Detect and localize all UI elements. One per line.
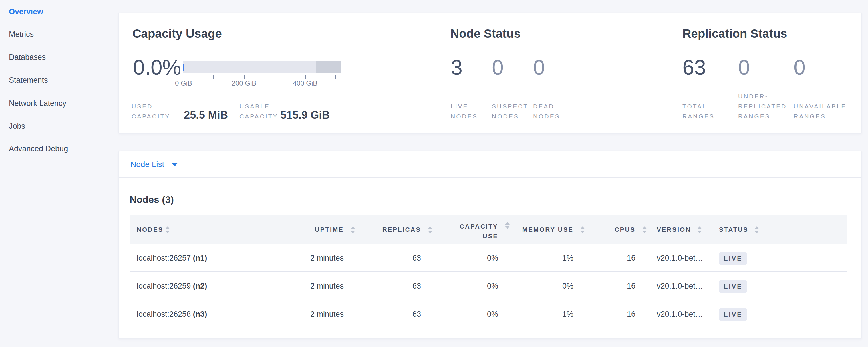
- suspect-nodes-label: SUSPECT NODES: [492, 101, 528, 121]
- capacity-bar-other-segment: [316, 61, 341, 73]
- sidebar-item-metrics[interactable]: Metrics: [9, 27, 34, 42]
- unavailable-ranges-count: 0: [794, 56, 805, 79]
- under-replicated-ranges-label: UNDER- REPLICATED RANGES: [738, 91, 787, 121]
- total-ranges-count: 63: [682, 56, 706, 79]
- status-cell: LIVE: [719, 300, 747, 328]
- uptime-cell: 2 minutes: [310, 244, 344, 272]
- sidebar-item-advanced-debug[interactable]: Advanced Debug: [9, 141, 68, 156]
- memory-use-cell: 1%: [562, 244, 574, 272]
- node-address-cell: localhost:26258 (n3): [137, 300, 207, 328]
- view-selector-row: Node List: [119, 151, 861, 178]
- capacity-use-cell: 0%: [487, 272, 498, 300]
- column-header-cpus[interactable]: CPUS: [615, 215, 636, 244]
- total-ranges-label: TOTAL RANGES: [682, 101, 715, 121]
- nodes-table-header: NODES UPTIME REPLICAS CAPACITY USE MEMOR…: [129, 215, 847, 244]
- capacity-bar-chart: [183, 61, 341, 73]
- version-cell: v20.1.0-bet…: [657, 244, 703, 272]
- suspect-nodes-count: 0: [492, 56, 504, 79]
- column-header-nodes[interactable]: NODES: [137, 215, 163, 244]
- replicas-cell: 63: [412, 244, 421, 272]
- node-list-panel: Node List Nodes (3) NODES UPTIME REPLICA…: [118, 151, 862, 339]
- table-row: localhost:26257 (n1) 2 minutes 63 0% 1% …: [129, 244, 847, 272]
- uptime-cell: 2 minutes: [310, 300, 344, 328]
- chevron-down-icon: [172, 163, 178, 166]
- node-list-dropdown-label: Node List: [130, 160, 164, 169]
- dead-nodes-count: 0: [533, 56, 545, 79]
- sort-icon: [505, 222, 509, 229]
- sidebar: Overview Metrics Databases Statements Ne…: [0, 0, 117, 347]
- node-address-cell: localhost:26259 (n2): [137, 272, 207, 300]
- column-header-capacity-use[interactable]: CAPACITY USE: [460, 222, 498, 241]
- status-cell: LIVE: [719, 272, 747, 300]
- nodes-table: NODES UPTIME REPLICAS CAPACITY USE MEMOR…: [129, 215, 847, 328]
- axis-tick: [275, 75, 275, 79]
- sort-icon: [580, 226, 585, 233]
- sort-icon: [754, 226, 759, 233]
- sort-icon: [351, 226, 355, 233]
- axis-tick: [336, 75, 336, 79]
- sidebar-item-statements[interactable]: Statements: [9, 72, 48, 88]
- status-cell: LIVE: [719, 244, 747, 272]
- uptime-cell: 2 minutes: [310, 272, 344, 300]
- sort-icon: [165, 226, 170, 233]
- used-capacity-label: USED CAPACITY: [131, 101, 170, 121]
- capacity-use-cell: 0%: [487, 300, 498, 328]
- unavailable-ranges-label: UNAVAILABLE RANGES: [794, 101, 846, 121]
- memory-use-cell: 0%: [562, 272, 574, 300]
- replicas-cell: 63: [412, 272, 421, 300]
- table-row: localhost:26258 (n3) 2 minutes 63 0% 1% …: [129, 300, 847, 328]
- sidebar-item-databases[interactable]: Databases: [9, 50, 46, 65]
- capacity-used-percent: 0.0%: [133, 56, 181, 79]
- nodes-column-divider: [283, 244, 283, 328]
- axis-label-400gib: 400 GiB: [293, 79, 318, 87]
- sidebar-item-jobs[interactable]: Jobs: [9, 119, 25, 134]
- node-status-title: Node Status: [451, 26, 521, 41]
- usable-capacity-label: USABLE CAPACITY: [239, 101, 278, 121]
- column-header-status[interactable]: STATUS: [719, 215, 748, 244]
- live-nodes-count: 3: [451, 56, 462, 79]
- sort-icon: [697, 226, 702, 233]
- cpus-cell: 16: [627, 244, 636, 272]
- status-badge: LIVE: [719, 252, 747, 265]
- cluster-overview-panel: Capacity Usage 0.0% 0 GiB 200 GiB 400 Gi…: [118, 12, 862, 134]
- axis-tick: [213, 75, 214, 79]
- cpus-cell: 16: [627, 272, 636, 300]
- under-replicated-ranges-count: 0: [738, 56, 750, 79]
- status-badge: LIVE: [719, 308, 747, 321]
- axis-tick: [305, 75, 306, 79]
- axis-label-200gib: 200 GiB: [231, 79, 256, 87]
- live-nodes-label: LIVE NODES: [451, 101, 478, 121]
- node-address-cell: localhost:26257 (n1): [137, 244, 207, 272]
- usable-capacity-value: 515.9 GiB: [280, 108, 330, 122]
- capacity-use-cell: 0%: [487, 244, 498, 272]
- axis-tick: [184, 75, 184, 79]
- column-header-uptime[interactable]: UPTIME: [315, 215, 344, 244]
- dead-nodes-label: DEAD NODES: [533, 101, 560, 121]
- capacity-bar-used-marker: [183, 64, 184, 71]
- cpus-cell: 16: [627, 300, 636, 328]
- nodes-table-title: Nodes (3): [129, 194, 174, 205]
- version-cell: v20.1.0-bet…: [657, 300, 703, 328]
- sort-icon: [428, 226, 432, 233]
- column-header-replicas[interactable]: REPLICAS: [382, 215, 421, 244]
- axis-label-0gib: 0 GiB: [175, 79, 192, 87]
- table-row: localhost:26259 (n2) 2 minutes 63 0% 0% …: [129, 272, 847, 300]
- axis-tick: [244, 75, 245, 79]
- sort-icon: [642, 226, 647, 233]
- replicas-cell: 63: [412, 300, 421, 328]
- status-badge: LIVE: [719, 280, 747, 293]
- column-header-version[interactable]: VERSION: [657, 215, 691, 244]
- replication-status-title: Replication Status: [682, 26, 787, 41]
- memory-use-cell: 1%: [562, 300, 574, 328]
- column-header-memory-use[interactable]: MEMORY USE: [522, 215, 574, 244]
- node-list-dropdown[interactable]: Node List: [130, 151, 178, 178]
- sidebar-item-network-latency[interactable]: Network Latency: [9, 96, 66, 111]
- version-cell: v20.1.0-bet…: [657, 272, 703, 300]
- capacity-usage-title: Capacity Usage: [132, 26, 222, 41]
- sidebar-item-overview[interactable]: Overview: [9, 4, 43, 20]
- used-capacity-value: 25.5 MiB: [184, 108, 228, 122]
